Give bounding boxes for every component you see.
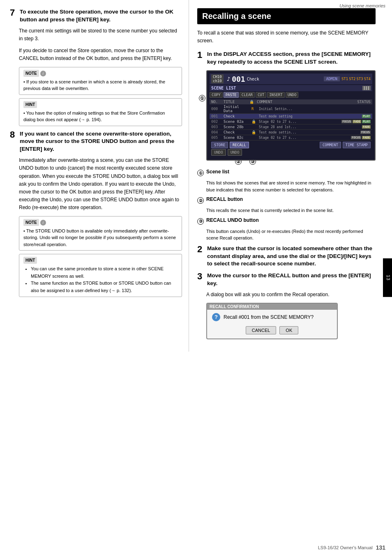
screen-timestamp-btn[interactable]: TIME STAMP bbox=[343, 142, 371, 148]
tag-fade-003: FADE bbox=[362, 125, 371, 129]
chapter-tab: 13 bbox=[383, 258, 392, 297]
tag-focus-004: FOCUS bbox=[360, 131, 371, 134]
list-item-004: 004 Check 🔒 Test mode settin... FOCUS bbox=[210, 130, 372, 135]
chapter-number: 13 bbox=[386, 274, 391, 280]
dialog-body: ? Recall #001 from the SCENE MEMORY? bbox=[212, 313, 332, 321]
row-comment-005: Stage 02 to 27 s... bbox=[259, 136, 348, 140]
step7-number: 7 bbox=[10, 8, 16, 17]
row-title-001: Check bbox=[224, 114, 248, 118]
toolbar-paste[interactable]: PASTE bbox=[224, 92, 239, 98]
dialog-question-icon: ? bbox=[212, 313, 220, 321]
screen-undo-buttons: UNDO UNDO bbox=[210, 148, 372, 157]
step7-note: NOTE i • If you store to a scene number … bbox=[19, 67, 182, 95]
tag-fade-002: FADE bbox=[353, 120, 361, 123]
tag-play-002: PLAY bbox=[362, 120, 371, 123]
row-num-003: 003 bbox=[211, 125, 220, 129]
list-item-003: 003 Scene 28b Stage 28 and 1st... FADE bbox=[210, 124, 372, 130]
col-comment: COMMENT bbox=[257, 100, 354, 104]
recall-dialog: RECALL CONFIRMATION ? Recall #001 from t… bbox=[206, 303, 338, 339]
screen-channel: CH10ch10 bbox=[211, 74, 224, 83]
screen-comment-btn[interactable]: COMMENT bbox=[320, 142, 341, 148]
row-num-002: 002 bbox=[211, 120, 220, 124]
callout-1-body: This list shows the scenes that are stor… bbox=[206, 180, 376, 193]
callout-3-body: This button cancels (Undo) or re-execute… bbox=[206, 228, 376, 242]
step8-note: NOTE i • The STORE UNDO button is availa… bbox=[19, 216, 182, 251]
step7-note-text: • If you store to a scene number in whic… bbox=[23, 78, 178, 92]
callout-2-title: RECALL button bbox=[206, 196, 243, 202]
step7-hint: HINT • You have the option of making set… bbox=[19, 98, 182, 126]
row-title-002: Scene 02a bbox=[224, 120, 248, 124]
row-num-000: 000 bbox=[211, 107, 220, 111]
section-intro: To recall a scene that was stored in sce… bbox=[197, 29, 376, 45]
screen-admin-label: ADMIN bbox=[324, 76, 340, 81]
callouts-section: ① Scene list This list shows the scenes … bbox=[197, 169, 376, 242]
callout-2-body: This recalls the scene that is currently… bbox=[206, 207, 376, 214]
col-status: STATUS bbox=[357, 100, 371, 104]
step3-right-title: Move the cursor to the RECALL button and… bbox=[207, 272, 376, 288]
dialog-container: RECALL CONFIRMATION ? Recall #001 from t… bbox=[206, 303, 376, 339]
note-icon2: i bbox=[40, 220, 46, 226]
step8-note-label: NOTE bbox=[23, 219, 39, 226]
callout-2-marker: ② bbox=[197, 197, 204, 204]
screen-store-undo-btn[interactable]: UNDO bbox=[211, 149, 226, 156]
row-num-004: 004 bbox=[211, 130, 220, 134]
step1-right-title: In the DISPLAY ACCESS section, press the… bbox=[207, 51, 376, 66]
screen-check-label: Check bbox=[247, 77, 259, 81]
step2-right-number: 2 bbox=[197, 245, 204, 254]
tag-focus-005: FOCUS bbox=[351, 136, 361, 139]
toolbar-undo[interactable]: UNDO bbox=[286, 92, 299, 98]
dialog-ok-btn[interactable]: OK bbox=[279, 326, 298, 334]
step8-hint-bullets: You can use the same procedure to store … bbox=[23, 265, 178, 294]
screen-store-btn[interactable]: STORE bbox=[211, 142, 228, 148]
toolbar-insert[interactable]: INSERT bbox=[267, 92, 285, 98]
st3-icon: ST3 bbox=[356, 77, 363, 81]
callout-3-marker: ③ bbox=[197, 218, 204, 225]
row-num-005: 005 bbox=[211, 136, 220, 140]
list-item-selected: 001 Check Test mode setting PLAY bbox=[210, 114, 372, 119]
header-title: Using scene memories bbox=[339, 3, 385, 8]
col-no: NO. bbox=[211, 100, 220, 104]
screen-toolbar-indicator: ||| bbox=[362, 86, 371, 90]
step7-para1: The current mix settings will be stored … bbox=[10, 27, 182, 43]
left-column: 7 To execute the Store operation, move t… bbox=[0, 0, 189, 352]
toolbar-cut[interactable]: CUT bbox=[256, 92, 266, 98]
step1-right-heading: 1 In the DISPLAY ACCESS section, press t… bbox=[197, 51, 376, 66]
scene-list-label: SCENE LIST bbox=[211, 86, 236, 90]
row-title-004: Check bbox=[224, 130, 248, 134]
tag-focus-002: FOCUS bbox=[341, 120, 352, 123]
callout-3-row: ③ RECALL UNDO button bbox=[197, 217, 376, 225]
note-icon: i bbox=[40, 71, 46, 76]
step8-hint: HINT You can use the same procedure to s… bbox=[19, 254, 182, 297]
toolbar-clear[interactable]: CLEAR bbox=[240, 92, 255, 98]
dialog-cancel-btn[interactable]: CANCEL bbox=[246, 326, 277, 334]
row-title-000: Initial Data bbox=[224, 105, 248, 113]
screen-scene-number: 001 bbox=[232, 75, 245, 83]
step8-hint-bullet1: You can use the same procedure to store … bbox=[31, 265, 178, 280]
step8-hint-bullet2: The same function as the STORE button or… bbox=[31, 280, 178, 294]
list-item: 000 Initial Data R Initial Settin... bbox=[210, 104, 372, 114]
screen-recall-undo-btn[interactable]: UNDO bbox=[228, 149, 242, 156]
screen-toolbar: COPY PASTE CLEAR CUT INSERT UNDO bbox=[210, 91, 372, 99]
section-title: Recalling a scene bbox=[197, 8, 376, 24]
step8-number: 8 bbox=[10, 130, 16, 139]
dialog-message: Recall #001 from the SCENE MEMORY? bbox=[224, 314, 314, 320]
step3-right-body: A dialog box will ask you to confirm the… bbox=[197, 291, 376, 299]
list-item-002: 002 Scene 02a 🔒 Stage 02 to 27 s... FOCU… bbox=[210, 119, 372, 124]
row-r-004: 🔒 bbox=[251, 130, 256, 134]
row-status-005: FOCUS FADE bbox=[351, 136, 371, 139]
screen-recall-btn[interactable]: RECALL bbox=[230, 142, 249, 148]
step7-title: To execute the Store operation, move the… bbox=[20, 8, 182, 24]
page-number: 131 bbox=[376, 544, 385, 551]
row-comment-001: Test mode setting bbox=[259, 115, 359, 118]
manual-name: LS9-16/32 Owner's Manual bbox=[318, 545, 373, 550]
toolbar-copy[interactable]: COPY bbox=[210, 92, 223, 98]
callout-marker-1: ① bbox=[199, 95, 205, 101]
step3-right-heading: 3 Move the cursor to the RECALL button a… bbox=[197, 272, 376, 288]
row-comment-002: Stage 02 to 27 s... bbox=[259, 120, 338, 124]
step7-note-label: NOTE bbox=[23, 70, 39, 77]
step8-hint-label: HINT bbox=[23, 257, 37, 264]
col-flag: 🔒 bbox=[249, 100, 254, 104]
callout-1-title: Scene list bbox=[206, 169, 229, 175]
row-comment-004: Test mode settin... bbox=[259, 131, 357, 134]
row-title-003: Scene 28b bbox=[224, 125, 248, 129]
